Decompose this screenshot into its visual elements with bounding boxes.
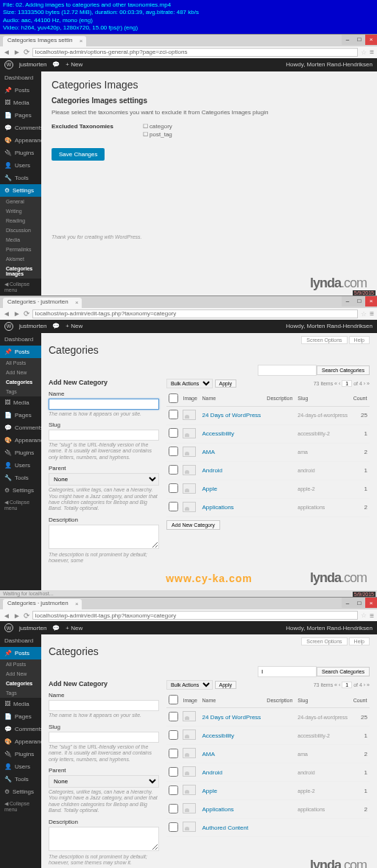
sub-add-new[interactable]: Add New [0,669,41,679]
row-checkbox[interactable] [169,804,178,813]
sub-tags[interactable]: Tags [0,387,41,396]
close-tab-icon[interactable]: × [75,601,79,607]
sidebar-tools[interactable]: 🔧 Tools [0,773,41,785]
sidebar-media[interactable]: 🖼 Media [0,97,41,109]
sub-add-new[interactable]: Add New [0,368,41,377]
collapse-menu[interactable]: ◀ Collapse menu [0,279,41,295]
search-button[interactable]: Search Categories [317,667,370,676]
user-greeting[interactable]: Howdy, Morten Rand-Hendriksen [286,323,373,329]
wp-logo-icon[interactable]: W [4,623,13,632]
minimize-button[interactable]: – [342,35,353,45]
sidebar-comments[interactable]: 💬 Comments [0,723,41,735]
bookmark-icon[interactable]: ☆ [361,49,367,56]
table-row[interactable]: 24 Days of WordPress24-days-of-wordpress… [166,708,370,727]
table-row[interactable]: AMAama2 [166,443,370,461]
url-input[interactable] [32,48,358,57]
reload-button[interactable]: ⟳ [24,309,29,318]
url-input[interactable] [32,611,358,620]
sidebar-pages[interactable]: 📄 Pages [0,109,41,122]
sidebar-media[interactable]: 🖼 Media [0,396,41,409]
save-changes-button[interactable]: Save Changes [52,148,105,161]
site-name[interactable]: justmorten [19,625,46,631]
table-row[interactable]: Accessibilityaccessibility-21 [166,424,370,443]
row-checkbox[interactable] [169,730,178,740]
sidebar-tools[interactable]: 🔧 Tools [0,472,41,484]
sub-writing[interactable]: Writing [0,206,41,216]
new-content[interactable]: + New [66,323,82,329]
sub-all-posts[interactable]: All Posts [0,659,41,669]
sidebar-appearance[interactable]: 🎨 Appearance [0,735,41,748]
screen-options-tab[interactable]: Screen Options [301,336,347,344]
table-row[interactable]: Appleapple-21 [166,480,370,498]
back-button[interactable]: ◄ [3,612,10,620]
row-checkbox[interactable] [169,410,178,419]
search-button[interactable]: Search Categories [317,365,370,375]
sub-media[interactable]: Media [0,235,41,245]
name-input[interactable] [49,700,159,711]
menu-icon[interactable]: ≡ [370,309,374,318]
close-button[interactable]: × [365,296,377,307]
sidebar-dashboard[interactable]: Dashboard [0,634,41,647]
bookmark-icon[interactable]: ☆ [361,310,367,318]
search-input[interactable] [258,365,317,376]
checkbox-post-tag[interactable]: ☐ post_tag [143,131,172,138]
parent-select[interactable]: None [49,775,159,788]
select-all-checkbox[interactable] [169,695,178,704]
site-name[interactable]: justmorten [19,323,46,329]
sidebar-dashboard[interactable]: Dashboard [0,333,41,346]
sidebar-plugins[interactable]: 🔌 Plugins [0,147,41,159]
sidebar-posts[interactable]: 📌 Posts [0,346,41,358]
select-all-checkbox[interactable] [169,393,178,403]
browser-tab[interactable]: Categories · justmorten× [3,599,82,609]
back-button[interactable]: ◄ [3,48,10,56]
row-checkbox[interactable] [169,483,178,493]
sidebar-dashboard[interactable]: Dashboard [0,71,41,84]
row-checkbox[interactable] [169,785,178,795]
bulk-actions-select[interactable]: Bulk Actions [166,379,213,388]
new-content[interactable]: + New [66,61,82,68]
table-row[interactable]: Accessibilityaccessibility-21 [166,727,370,745]
row-checkbox[interactable] [169,712,178,721]
row-checkbox[interactable] [169,502,178,511]
close-button[interactable]: × [365,35,377,45]
sub-reading[interactable]: Reading [0,216,41,225]
desc-input[interactable] [49,827,159,851]
bookmark-icon[interactable]: ☆ [361,612,367,619]
table-row[interactable]: Appleapple-21 [166,782,370,800]
table-row[interactable]: Androidandroid1 [166,763,370,782]
browser-tab[interactable]: Categories · justmorten× [3,298,82,308]
user-greeting[interactable]: Howdy, Morten Rand-Hendriksen [286,61,373,68]
comments-icon[interactable]: 💬 [52,323,60,329]
close-tab-icon[interactable]: × [80,38,83,44]
help-tab[interactable]: Help [349,637,370,645]
screen-options-tab[interactable]: Screen Options [301,637,347,645]
sidebar-users[interactable]: 👤 Users [0,760,41,773]
sidebar-settings[interactable]: ⚙ Settings [0,184,41,197]
sub-categories[interactable]: Categories [0,679,41,688]
sub-categories[interactable]: Categories [0,377,41,387]
wp-logo-icon[interactable]: W [4,60,13,69]
user-greeting[interactable]: Howdy, Morten Rand-Hendriksen [286,625,373,631]
comments-icon[interactable]: 💬 [52,61,60,68]
sub-all-posts[interactable]: All Posts [0,358,41,368]
sidebar-posts[interactable]: 📌 Posts [0,84,41,97]
row-checkbox[interactable] [169,767,178,777]
table-row[interactable]: 24 Days of WordPress24-days-of-wordpress… [166,406,370,424]
search-input[interactable] [258,666,317,677]
sidebar-media[interactable]: 🖼 Media [0,698,41,710]
back-button[interactable]: ◄ [3,309,10,318]
reload-button[interactable]: ⟳ [24,612,29,620]
page-input[interactable] [342,380,352,387]
table-row[interactable]: Applicationsapplications2 [166,800,370,819]
name-input[interactable] [49,399,159,410]
row-checkbox[interactable] [169,465,178,475]
sub-categories-images[interactable]: Categories Images [0,264,41,279]
row-checkbox[interactable] [169,447,178,456]
apply-button[interactable]: Apply [215,379,237,388]
maximize-button[interactable]: □ [353,598,365,608]
site-name[interactable]: justmorten [19,61,46,68]
comments-icon[interactable]: 💬 [52,625,60,631]
collapse-menu[interactable]: ◀ Collapse menu [0,798,41,815]
row-checkbox[interactable] [169,822,178,832]
row-checkbox[interactable] [169,428,178,438]
